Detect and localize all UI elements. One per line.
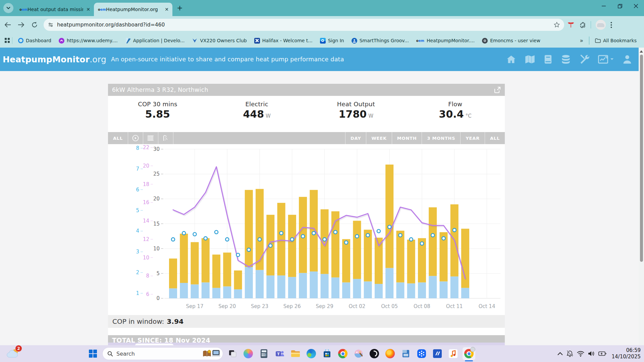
back-button[interactable]	[2, 19, 13, 31]
tools-icon[interactable]	[579, 55, 589, 64]
bookmark-vx220[interactable]: VX220 Owners Club	[192, 38, 247, 44]
chart-icon[interactable]	[598, 55, 608, 64]
myenergi-icon[interactable]	[431, 347, 444, 360]
folder-icon	[595, 38, 601, 43]
paint-icon[interactable]	[352, 347, 365, 360]
taskbar-date: 14/10/2025	[612, 354, 641, 360]
url-bar[interactable]: heatpumpmonitor.org/dashboard?id=460	[44, 19, 564, 31]
notifications-off-icon[interactable]	[566, 350, 574, 357]
search-box[interactable]: Search	[102, 347, 223, 360]
stat-electric: Electric 448W	[207, 99, 307, 120]
task-view-icon[interactable]	[226, 347, 239, 360]
performance-chart[interactable]: 123456786810121416182022051015202530Sep …	[108, 144, 505, 312]
bookmark-dashboard[interactable]: Dashboard	[18, 38, 51, 43]
scroll-up-arrow[interactable]	[640, 50, 643, 53]
smartthings-icon[interactable]	[415, 347, 428, 360]
ms-store-icon[interactable]	[321, 347, 333, 360]
url-text[interactable]: heatpumpmonitor.org/dashboard?id=460	[57, 22, 553, 28]
system-tray: 06:59 14/10/2025	[557, 345, 641, 362]
bookmark-smartthings[interactable]: SmartThings Groov...	[352, 38, 409, 44]
scrollbar-thumb[interactable]	[640, 55, 643, 262]
calculator-icon[interactable]	[258, 347, 270, 360]
tab-heat-output[interactable]: oem Heat output data missing onlin ✕	[15, 3, 94, 16]
firefox-icon[interactable]	[384, 347, 396, 360]
system-title: 6kW Altherma 3 R32, Northwich	[112, 86, 208, 93]
range-year-button[interactable]: YEAR	[461, 132, 485, 144]
tab-title: HeatpumpMonitor.org	[106, 7, 162, 12]
svg-text:12: 12	[143, 236, 149, 242]
tray-chevron-icon[interactable]	[557, 352, 563, 355]
cop-window-strip: COP in window:3.94	[108, 315, 505, 328]
feeds-all-button[interactable]: ALL	[108, 132, 128, 144]
chrome-icon[interactable]	[336, 347, 349, 360]
bookmark-star-icon[interactable]	[553, 21, 560, 28]
profile-avatar[interactable]	[596, 20, 606, 30]
radiator-icon[interactable]	[143, 132, 158, 144]
play-icon[interactable]	[128, 132, 143, 144]
music-app-icon[interactable]	[447, 347, 460, 360]
chrome-active-icon[interactable]	[463, 347, 475, 360]
database-icon[interactable]	[561, 55, 571, 64]
range-month-button[interactable]: MONTH	[392, 132, 422, 144]
shower-icon[interactable]	[158, 132, 173, 144]
chevron-down-icon[interactable]	[610, 58, 614, 61]
bookmark-application[interactable]: Application | Develo...	[125, 38, 185, 44]
bookmark-heatpumpmonitor[interactable]: oemHeatpumpMonitor....	[416, 38, 475, 43]
bookmarks-overflow-chevron[interactable]: »	[580, 37, 583, 44]
map-icon[interactable]	[525, 55, 535, 64]
site-logo[interactable]: HeatpumpMonitor.org	[3, 55, 106, 64]
obs-icon[interactable]	[368, 347, 381, 360]
notification-badge: 2	[15, 345, 22, 352]
svg-text:10: 10	[143, 255, 149, 261]
book-icon[interactable]	[544, 55, 552, 64]
range-week-button[interactable]: WEEK	[366, 132, 392, 144]
new-tab-button[interactable]: +	[175, 3, 184, 13]
taskbar-clock[interactable]: 06:59 14/10/2025	[612, 347, 641, 360]
extensions-puzzle-icon[interactable]	[579, 21, 586, 28]
start-button[interactable]	[87, 347, 99, 360]
tab-search-button[interactable]	[3, 3, 13, 13]
weather-widget[interactable]: 2	[6, 348, 30, 359]
oem-favicon-icon: oem	[98, 7, 104, 12]
teams-icon[interactable]: T	[273, 347, 286, 360]
bookmark-udemy[interactable]: https://www.udemy....	[59, 38, 118, 44]
range-all-button[interactable]: ALL	[485, 132, 505, 144]
tab-close-icon[interactable]: ✕	[85, 6, 91, 12]
tab-close-icon[interactable]: ✕	[164, 6, 170, 12]
browser-menu-icon[interactable]	[610, 22, 612, 28]
apps-grid-icon[interactable]	[5, 38, 10, 43]
home-icon[interactable]	[506, 55, 516, 64]
battery-icon[interactable]	[598, 351, 606, 356]
svg-text:Oct 05: Oct 05	[381, 303, 398, 309]
site-settings-icon[interactable]	[48, 22, 54, 28]
tab-title: Heat output data missing onlin	[28, 7, 83, 12]
svg-text:1: 1	[136, 290, 139, 296]
range-day-button[interactable]: DAY	[345, 132, 366, 144]
user-icon[interactable]	[623, 55, 632, 64]
volume-icon[interactable]	[588, 351, 595, 357]
browser-titlebar: oem Heat output data missing onlin ✕ oem…	[0, 0, 644, 16]
bookmark-emoncms[interactable]: Emoncms - user view	[482, 38, 540, 44]
site-nav	[506, 48, 632, 71]
victron-device-icon[interactable]	[399, 347, 412, 360]
svg-text:22: 22	[143, 144, 149, 150]
tab-heatpumpmonitor[interactable]: oem HeatpumpMonitor.org ✕	[94, 3, 172, 16]
bookmark-halifax[interactable]: Halifax - Welcome t...	[254, 38, 313, 44]
wifi-icon[interactable]	[577, 351, 584, 357]
oem-favicon-icon: oem	[416, 38, 424, 43]
reload-button[interactable]	[29, 19, 40, 31]
file-explorer-icon[interactable]	[289, 347, 302, 360]
minimize-button[interactable]	[596, 0, 612, 12]
restore-button[interactable]	[612, 0, 628, 12]
share-icon[interactable]	[494, 86, 501, 93]
forward-button[interactable]	[15, 19, 27, 31]
range-3months-button[interactable]: 3 MONTHS	[422, 132, 461, 144]
tesla-extension-icon[interactable]	[568, 21, 574, 28]
bookmark-signin[interactable]: Sign In	[320, 38, 344, 44]
close-window-button[interactable]	[628, 0, 644, 12]
copilot-icon[interactable]	[242, 347, 255, 360]
page-scrollbar[interactable]	[639, 48, 644, 346]
all-bookmarks-button[interactable]: All Bookmarks	[595, 38, 637, 43]
svg-text:Sep 29: Sep 29	[316, 303, 333, 309]
edge-icon[interactable]	[305, 347, 318, 360]
